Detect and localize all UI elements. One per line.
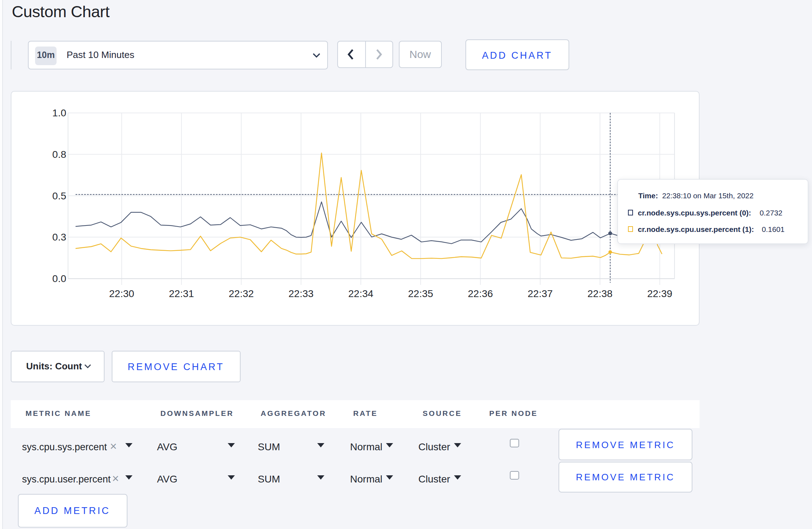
svg-text:0.8: 0.8 [52,149,66,160]
svg-text:22:37: 22:37 [528,288,553,299]
svg-text:22:32: 22:32 [229,288,254,299]
svg-text:0.0: 0.0 [52,273,66,284]
svg-text:22:30: 22:30 [109,288,134,299]
svg-text:0.3: 0.3 [52,232,66,243]
svg-text:22:38: 22:38 [588,288,613,299]
svg-text:0.5: 0.5 [52,190,66,201]
svg-text:1.0: 1.0 [52,107,66,118]
svg-text:22:39: 22:39 [647,288,672,299]
svg-text:22:34: 22:34 [348,288,373,299]
svg-text:22:35: 22:35 [408,288,433,299]
svg-text:22:36: 22:36 [468,288,493,299]
svg-text:22:33: 22:33 [289,288,314,299]
svg-text:22:31: 22:31 [169,288,194,299]
